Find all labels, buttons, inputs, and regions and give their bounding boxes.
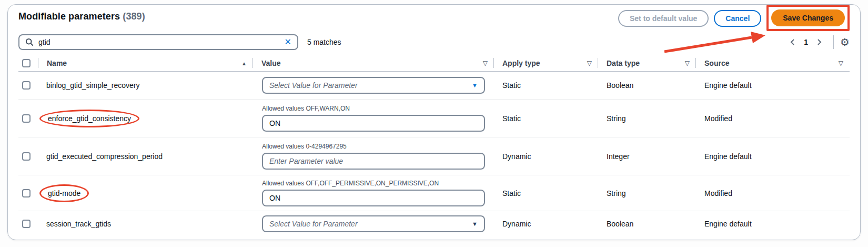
allowed-values-label: Allowed values OFF,WARN,ON	[262, 105, 485, 112]
pager-divider	[833, 35, 834, 49]
search-input[interactable]: gtid	[38, 38, 280, 46]
source-value: Modified	[696, 189, 850, 197]
parameter-count: (389)	[123, 11, 145, 22]
value-input[interactable]	[262, 115, 485, 132]
chevron-down-icon: ▼	[472, 221, 478, 227]
parameter-name-annotated: gtid-mode	[39, 184, 89, 202]
row-checkbox[interactable]	[22, 81, 31, 90]
column-header-source[interactable]: Source ▽	[696, 55, 850, 71]
modifiable-parameters-panel: Modifiable parameters (389) Set to defau…	[7, 4, 861, 240]
apply-type-value: Static	[494, 189, 598, 197]
chevron-down-icon: ▼	[472, 83, 478, 88]
sortable-icon[interactable]: ▽	[685, 60, 690, 67]
column-label: Data type	[607, 59, 640, 67]
data-type-value: Integer	[598, 152, 696, 161]
apply-type-value: Static	[494, 114, 598, 123]
source-value: Engine default	[696, 220, 850, 228]
data-type-value: Boolean	[598, 81, 696, 90]
clear-search-icon[interactable]: ✕	[285, 38, 291, 46]
previous-page-button[interactable]	[786, 35, 800, 49]
parameter-name: gtid_executed_compression_period	[46, 152, 163, 161]
page-title: Modifiable parameters (389)	[18, 10, 145, 22]
table-header: Name ▲ Value ▽ Apply type ▽ Data type ▽ …	[18, 55, 850, 72]
column-header-apply-type[interactable]: Apply type ▽	[494, 55, 598, 71]
page-title-text: Modifiable parameters	[18, 11, 120, 22]
chevron-left-icon	[789, 38, 797, 46]
column-label: Source	[704, 59, 729, 67]
filter-row: gtid ✕ 5 matches 1 ⚙	[18, 34, 850, 50]
parameter-name-annotated: enforce_gtid_consistency	[39, 110, 139, 127]
value-input[interactable]	[262, 153, 485, 170]
column-label: Name	[47, 59, 67, 67]
select-all-cell	[18, 55, 38, 71]
panel-header: Modifiable parameters (389) Set to defau…	[18, 10, 850, 30]
source-value: Engine default	[696, 81, 850, 90]
table-row: gtid-mode Allowed values OFF,OFF_PERMISS…	[18, 175, 850, 211]
match-count: 5 matches	[307, 38, 341, 46]
row-checkbox[interactable]	[22, 189, 31, 197]
data-type-value: String	[598, 189, 696, 197]
column-header-value[interactable]: Value ▽	[253, 55, 494, 71]
parameters-page: Modifiable parameters (389) Set to defau…	[0, 0, 868, 247]
pagination: 1 ⚙	[786, 35, 850, 49]
cancel-button[interactable]: Cancel	[714, 10, 761, 27]
set-to-default-button[interactable]: Set to default value	[618, 10, 709, 27]
save-changes-button[interactable]: Save Changes	[771, 9, 845, 26]
row-checkbox[interactable]	[22, 114, 31, 123]
parameter-name: session_track_gtids	[46, 220, 111, 228]
gear-icon[interactable]: ⚙	[840, 37, 850, 47]
apply-type-value: Dynamic	[494, 220, 598, 228]
allowed-values-label: Allowed values 0-4294967295	[262, 143, 485, 150]
data-type-value: String	[598, 114, 696, 123]
save-annotation-box: Save Changes	[766, 5, 850, 31]
allowed-values-label: Allowed values OFF,OFF_PERMISSIVE,ON_PER…	[262, 180, 485, 187]
parameter-name: binlog_gtid_simple_recovery	[46, 81, 139, 90]
table-row: binlog_gtid_simple_recovery Select Value…	[18, 72, 850, 100]
sortable-icon[interactable]: ▽	[587, 60, 592, 67]
data-type-value: Boolean	[598, 220, 696, 228]
row-checkbox[interactable]	[22, 220, 31, 228]
sort-ascending-icon[interactable]: ▲	[241, 61, 247, 66]
sortable-icon[interactable]: ▽	[483, 60, 488, 67]
current-page-number[interactable]: 1	[804, 38, 808, 46]
column-header-data-type[interactable]: Data type ▽	[598, 55, 696, 71]
next-page-button[interactable]	[812, 35, 826, 49]
column-label: Apply type	[502, 59, 540, 67]
search-box[interactable]: gtid ✕	[18, 34, 298, 50]
select-placeholder: Select Value for Parameter	[269, 220, 358, 228]
table-row: enforce_gtid_consistency Allowed values …	[18, 100, 850, 137]
value-select[interactable]: Select Value for Parameter ▼	[262, 215, 485, 232]
sortable-icon[interactable]: ▽	[839, 60, 843, 67]
value-select[interactable]: Select Value for Parameter ▼	[262, 77, 485, 94]
column-label: Value	[261, 59, 281, 67]
select-placeholder: Select Value for Parameter	[269, 81, 358, 90]
row-checkbox[interactable]	[22, 152, 31, 161]
table-row: session_track_gtids Select Value for Par…	[18, 211, 850, 236]
column-header-name[interactable]: Name ▲	[38, 55, 253, 71]
chevron-right-icon	[815, 38, 823, 46]
source-value: Modified	[696, 114, 850, 123]
source-value: Engine default	[696, 152, 850, 161]
apply-type-value: Static	[494, 81, 598, 90]
search-icon	[25, 38, 34, 46]
table-row: gtid_executed_compression_period Allowed…	[18, 137, 850, 175]
value-input[interactable]	[262, 190, 485, 206]
select-all-checkbox[interactable]	[22, 59, 31, 67]
apply-type-value: Dynamic	[494, 152, 598, 161]
header-actions: Set to default value Cancel Save Changes	[618, 10, 850, 31]
